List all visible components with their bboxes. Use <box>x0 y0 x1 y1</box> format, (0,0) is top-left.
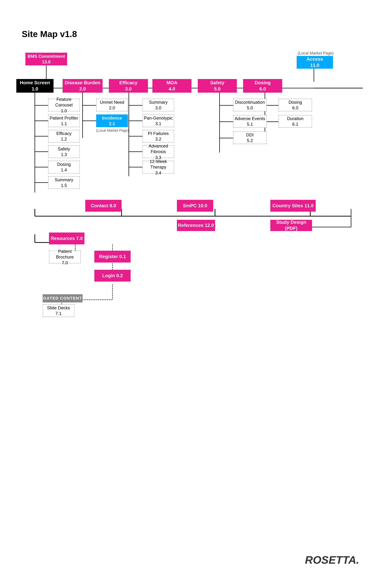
slide-decks-node[interactable]: Slide Decks7.1 <box>43 304 74 317</box>
discontinuation-node[interactable]: Discontinuation5.0 <box>233 99 267 111</box>
study-design-node[interactable]: Study Design (PDF) <box>270 220 312 231</box>
patient-profiler-node[interactable]: Patient Profiler1.1 <box>48 114 80 127</box>
feature-carousel-node[interactable]: Feature Carousel1.0 <box>48 99 80 111</box>
pi-failures-node[interactable]: PI Failures3.2 <box>142 130 174 143</box>
local-market-incidence-label: (Local Market Page) <box>93 128 133 133</box>
resources-node[interactable]: Resources 7.0 <box>49 232 84 244</box>
moa-node[interactable]: MOA4.0 <box>152 79 191 93</box>
contact-node[interactable]: Contact 8.0 <box>85 200 122 212</box>
page-title: Site Map v1.8 <box>22 29 77 39</box>
dosing-sub-node[interactable]: Dosing1.4 <box>48 161 80 173</box>
smpc-node[interactable]: SmPC 10.0 <box>177 200 213 212</box>
duration-node[interactable]: Duration6.1 <box>279 115 312 128</box>
country-sites-node[interactable]: Country Sites 11.0 <box>270 200 316 212</box>
patient-brochure-node[interactable]: Patient Brochure7.0 <box>49 251 81 263</box>
efficacy-main-node[interactable]: Efficacy3.0 <box>109 79 148 93</box>
ddi-node[interactable]: DDI5.2 <box>233 131 267 144</box>
advanced-fibrosis-node[interactable]: Advanced Fibrosis3.3 <box>142 145 174 158</box>
adverse-events-node[interactable]: Adverse Events5.1 <box>233 115 267 128</box>
incidence-node[interactable]: Incidence2.1 <box>96 114 128 127</box>
week-therapy-node[interactable]: 12-Week Therapy3.4 <box>142 161 174 173</box>
bms-commitment-node[interactable]: BMS Commitment13.0 <box>25 53 67 65</box>
gated-content-label: GATED CONTENT <box>43 294 83 302</box>
home-screen-node[interactable]: Home Screen1.0 <box>16 79 54 93</box>
dosing-60-node[interactable]: Dosing6.0 <box>279 99 312 111</box>
references-node[interactable]: References 12.0 <box>177 220 215 231</box>
safety-sub-node[interactable]: Safety1.3 <box>48 145 80 158</box>
unmet-need-node[interactable]: Unmet Need2.0 <box>96 99 128 111</box>
access-node[interactable]: Access11.0 <box>297 56 333 69</box>
rosetta-logo: ROSETTA. <box>305 554 359 566</box>
local-market-access-label: (Local Market Page) <box>298 51 334 56</box>
safety-node[interactable]: Safety5.0 <box>198 79 237 93</box>
efficacy-sub-node[interactable]: Efficacy1.2 <box>48 130 80 143</box>
dosing-main-node[interactable]: Dosing6.0 <box>243 79 282 93</box>
pan-genotypic-node[interactable]: Pan-Genotypic3.1 <box>142 114 174 127</box>
register-node[interactable]: Register 0.1 <box>94 251 131 262</box>
summary-node[interactable]: Summary3.0 <box>142 99 174 111</box>
login-node[interactable]: Login 0.2 <box>94 270 131 282</box>
summary-home-node[interactable]: Summary1.5 <box>48 176 80 189</box>
disease-burden-node[interactable]: Disease Burden2.0 <box>63 79 102 93</box>
